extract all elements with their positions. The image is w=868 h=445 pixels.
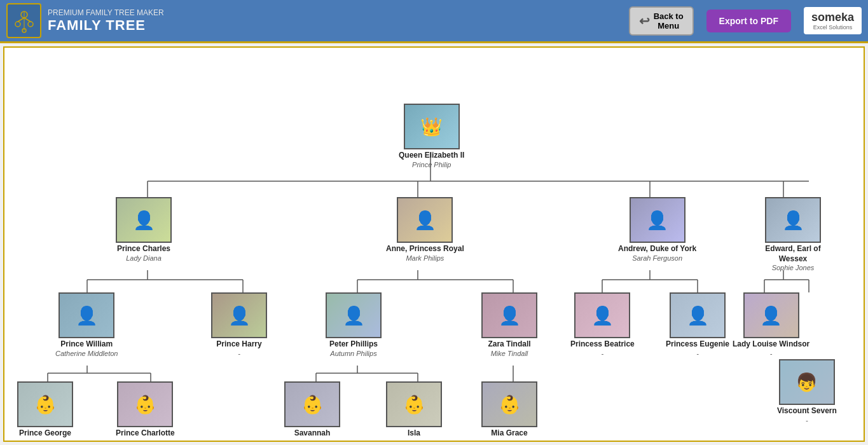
charles-icon: 👤 xyxy=(133,210,155,231)
someka-branding: someka Excel Solutions xyxy=(804,7,862,34)
severn-spouse: - xyxy=(806,416,808,424)
premium-label: PREMIUM FAMILY TREE MAKER xyxy=(48,8,629,17)
header: PREMIUM FAMILY TREE MAKER FAMILY TREE ↩ … xyxy=(0,0,868,43)
edward-spouse: Sophie Jones xyxy=(772,264,815,271)
app-logo xyxy=(6,3,41,38)
back-btn-label: Back toMenu xyxy=(654,11,684,31)
svg-point-2 xyxy=(28,22,33,27)
charlotte-icon: 👶 xyxy=(134,394,156,415)
louise-icon: 👤 xyxy=(760,305,782,326)
peter-icon: 👤 xyxy=(343,305,365,326)
andrew-name: Andrew, Duke of York xyxy=(618,244,696,254)
eugenie-spouse: - xyxy=(696,350,699,357)
george-icon: 👶 xyxy=(34,394,57,415)
photo-severn: 👦 xyxy=(779,359,835,405)
george-spouse: - xyxy=(44,439,46,442)
andrew-spouse: Sarah Ferguson xyxy=(632,254,682,262)
photo-beatrice: 👤 xyxy=(574,292,630,338)
queen-icon: 👑 xyxy=(420,116,443,137)
eugenie-icon: 👤 xyxy=(687,305,709,326)
node-prince-charles: 👤 Prince Charles Lady Diana xyxy=(116,197,172,262)
charlotte-spouse: - xyxy=(144,439,147,442)
photo-prince-charles: 👤 xyxy=(116,197,172,243)
queen-elizabeth-name: Queen Elizabeth II xyxy=(399,151,464,161)
photo-anne: 👤 xyxy=(397,197,453,243)
harry-name: Prince Harry xyxy=(216,339,261,350)
charlotte-name: Prince Charlotte xyxy=(116,428,175,439)
export-pdf-button[interactable]: Export to PDF xyxy=(706,10,791,32)
family-tree-container: 👑 Queen Elizabeth II Prince Philip 👤 Pri… xyxy=(3,46,865,442)
isla-spouse: - xyxy=(413,439,415,442)
louise-spouse: - xyxy=(770,350,773,357)
isla-icon: 👶 xyxy=(403,394,425,415)
anne-spouse: Mark Philips xyxy=(406,254,444,262)
photo-charlotte: 👶 xyxy=(117,381,173,427)
zara-icon: 👤 xyxy=(499,305,521,326)
photo-mia: 👶 xyxy=(481,381,537,427)
back-arrow-icon: ↩ xyxy=(639,13,650,29)
node-severn: 👦 Viscount Severn - xyxy=(777,359,837,424)
node-savannah: 👶 Savannah - xyxy=(284,381,340,442)
beatrice-spouse: - xyxy=(602,350,604,357)
photo-eugenie: 👤 xyxy=(670,292,726,338)
photo-peter: 👤 xyxy=(326,292,382,338)
photo-william: 👤 xyxy=(59,292,114,338)
severn-name: Viscount Severn xyxy=(777,406,837,416)
svg-line-3 xyxy=(18,18,24,22)
isla-name: Isla xyxy=(408,428,420,439)
node-eugenie: 👤 Princess Eugenie - xyxy=(666,292,729,357)
william-icon: 👤 xyxy=(76,305,98,326)
node-peter: 👤 Peter Phillips Autumn Philips xyxy=(326,292,382,357)
edward-name: Edward, Earl of Wessex xyxy=(752,244,834,264)
beatrice-name: Princess Beatrice xyxy=(570,339,635,350)
svg-point-1 xyxy=(15,22,20,27)
severn-icon: 👦 xyxy=(796,372,818,393)
node-isla: 👶 Isla - xyxy=(386,381,442,442)
queen-elizabeth-spouse: Prince Philip xyxy=(412,161,451,168)
back-to-menu-button[interactable]: ↩ Back toMenu xyxy=(629,6,694,36)
node-edward: 👤 Edward, Earl of Wessex Sophie Jones xyxy=(752,197,834,271)
peter-spouse: Autumn Philips xyxy=(330,350,376,357)
photo-harry: 👤 xyxy=(211,292,267,338)
node-queen-elizabeth: 👑 Queen Elizabeth II Prince Philip xyxy=(399,104,464,168)
zara-spouse: Mike Tindall xyxy=(491,350,528,357)
someka-name: someka xyxy=(811,11,854,24)
photo-queen-elizabeth: 👑 xyxy=(404,104,460,149)
mia-icon: 👶 xyxy=(499,394,521,415)
louise-name: Lady Louise Windsor xyxy=(733,339,809,350)
photo-louise: 👤 xyxy=(743,292,799,338)
mia-spouse: - xyxy=(508,439,511,442)
anne-icon: 👤 xyxy=(414,210,436,231)
node-william: 👤 Prince William Catherine Middleton xyxy=(55,292,118,357)
peter-name: Peter Phillips xyxy=(329,339,378,350)
photo-george: 👶 xyxy=(17,381,73,427)
node-charlotte: 👶 Prince Charlotte - xyxy=(116,381,175,442)
node-anne: 👤 Anne, Princess Royal Mark Philips xyxy=(386,197,464,262)
photo-isla: 👶 xyxy=(386,381,442,427)
prince-charles-name: Prince Charles xyxy=(117,244,170,254)
node-beatrice: 👤 Princess Beatrice - xyxy=(570,292,635,357)
node-andrew: 👤 Andrew, Duke of York Sarah Ferguson xyxy=(618,197,696,262)
zara-name: Zara Tindall xyxy=(488,339,530,350)
node-zara: 👤 Zara Tindall Mike Tindall xyxy=(481,292,537,357)
photo-zara: 👤 xyxy=(481,292,537,338)
node-mia: 👶 Mia Grace - xyxy=(481,381,537,442)
george-name: Prince George xyxy=(19,428,71,439)
node-louise: 👤 Lady Louise Windsor - xyxy=(733,292,809,357)
andrew-icon: 👤 xyxy=(646,210,668,231)
savannah-icon: 👶 xyxy=(301,394,324,415)
beatrice-icon: 👤 xyxy=(591,305,614,326)
tree-wrapper: 👑 Queen Elizabeth II Prince Philip 👤 Pri… xyxy=(4,48,857,429)
harry-spouse: - xyxy=(238,350,240,357)
photo-savannah: 👶 xyxy=(284,381,340,427)
edward-icon: 👤 xyxy=(782,210,804,231)
eugenie-name: Princess Eugenie xyxy=(666,339,729,350)
node-george: 👶 Prince George - xyxy=(17,381,73,442)
william-name: Prince William xyxy=(60,339,113,350)
node-harry: 👤 Prince Harry - xyxy=(211,292,267,357)
mia-name: Mia Grace xyxy=(491,428,527,439)
photo-edward: 👤 xyxy=(765,197,821,243)
anne-name: Anne, Princess Royal xyxy=(386,244,464,254)
someka-sub: Excel Solutions xyxy=(813,24,853,31)
prince-charles-spouse: Lady Diana xyxy=(126,254,162,262)
